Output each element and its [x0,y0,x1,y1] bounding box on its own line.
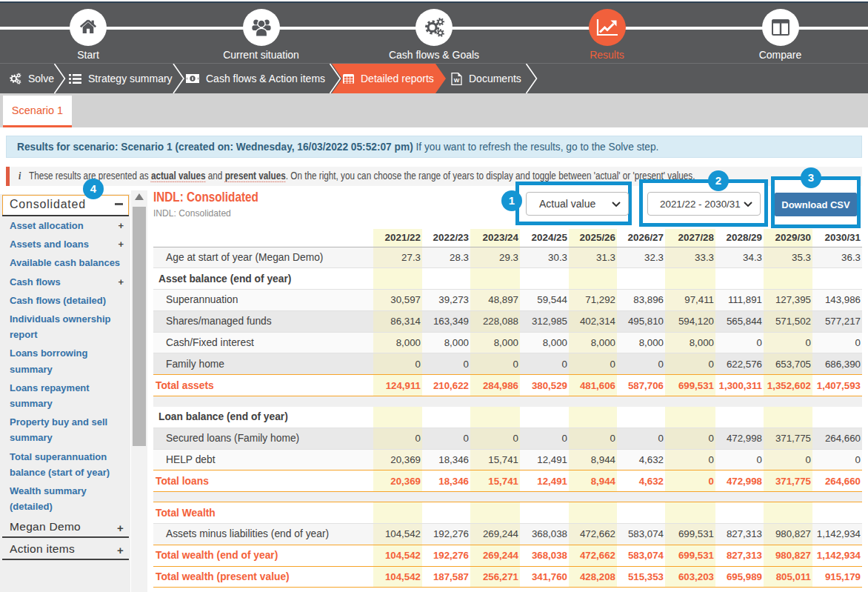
svg-text:W: W [454,77,460,84]
